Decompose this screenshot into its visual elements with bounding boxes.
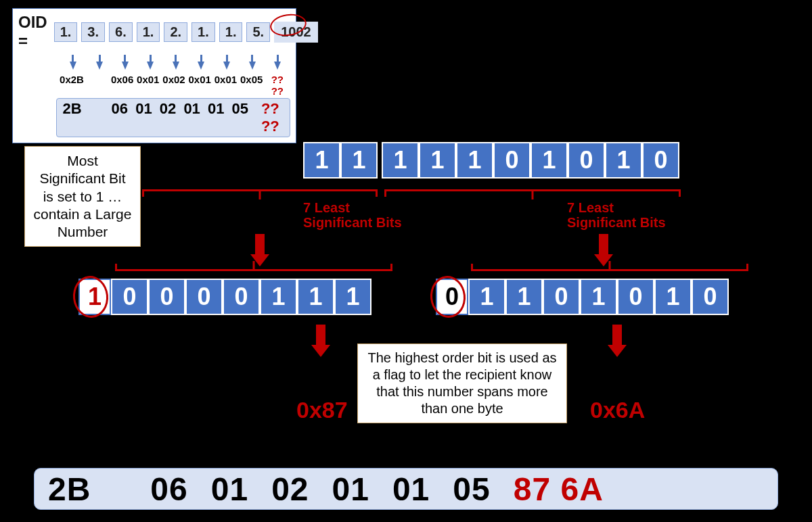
hex-row: 0x2B 0x06 0x01 0x02 0x01 0x01 0x05 ?? ?? bbox=[58, 74, 290, 97]
oid-comp: 1. bbox=[54, 22, 78, 42]
bit-cell: 0 bbox=[642, 142, 679, 179]
bit-cell: 0 bbox=[185, 279, 223, 315]
final-byte-new: 87 6A bbox=[514, 471, 604, 508]
hex-label: 0x06 bbox=[109, 74, 135, 97]
final-byte: 02 bbox=[271, 471, 309, 508]
bit-cell: 1 bbox=[382, 142, 419, 179]
final-byte: 01 bbox=[332, 471, 369, 508]
oid-arrows bbox=[59, 62, 290, 70]
bit-cell: 0 bbox=[148, 279, 185, 315]
final-row: 2B 06 01 02 01 01 05 87 6A bbox=[34, 468, 778, 510]
arrow-down-icon bbox=[313, 325, 329, 357]
byte2-hex: 0x6A bbox=[590, 398, 645, 423]
arrow-down-icon bbox=[122, 62, 129, 70]
encoded-row: 2B 06 01 02 01 01 05 ?? ?? bbox=[56, 98, 290, 137]
arrow-down-icon bbox=[173, 62, 179, 70]
hex-label: 0x01 bbox=[187, 74, 212, 97]
bit-cell: 1 bbox=[340, 142, 378, 179]
bit-cell: 1 bbox=[468, 279, 505, 315]
arrow-down-icon bbox=[223, 62, 230, 70]
enc-byte: 01 bbox=[132, 100, 156, 135]
arrow-down-icon bbox=[70, 62, 76, 70]
enc-byte: 05 bbox=[228, 100, 252, 135]
arrow-down-icon bbox=[198, 62, 204, 70]
bracket-icon bbox=[142, 189, 378, 191]
hex-label: 0x01 bbox=[212, 74, 238, 97]
bit-cell: 1 bbox=[505, 279, 543, 315]
final-byte: 01 bbox=[392, 471, 430, 508]
flag-note: The highest order bit is used as a flag … bbox=[357, 343, 567, 423]
byte1: 1 0 0 0 0 1 1 1 bbox=[78, 279, 371, 315]
lsb-label-right: 7 Least Significant Bits bbox=[567, 200, 666, 230]
enc-byte: 02 bbox=[156, 100, 180, 135]
bracket-icon bbox=[471, 269, 748, 271]
binary-1002: 1 1 1 1 1 0 1 0 1 0 bbox=[303, 142, 679, 179]
oid-comp: 3. bbox=[81, 22, 105, 42]
oid-comp: 1. bbox=[191, 22, 215, 42]
enc-byte: 01 bbox=[204, 100, 228, 135]
enc-byte: 01 bbox=[180, 100, 204, 135]
arrow-down-icon bbox=[147, 62, 154, 70]
byte2: 0 1 1 0 1 0 1 0 bbox=[436, 279, 729, 315]
arrow-down-icon bbox=[249, 62, 256, 70]
oid-comp: 2. bbox=[164, 22, 187, 42]
final-byte: 01 bbox=[211, 471, 248, 508]
hex-label: 0x01 bbox=[135, 74, 161, 97]
bracket-icon bbox=[115, 269, 392, 271]
hex-label: 0x2B bbox=[58, 74, 86, 97]
oid-comp: 1. bbox=[219, 22, 243, 42]
bit-cell: 1 bbox=[605, 142, 642, 179]
enc-byte-unknown: ?? ?? bbox=[252, 100, 288, 135]
oid-row: OID = 1. 3. 6. 1. 2. 1. 1. 5. 1002 bbox=[18, 13, 290, 51]
bit-cell: 0 bbox=[111, 279, 148, 315]
bit-cell: 0 bbox=[617, 279, 654, 315]
bit-cell: 0 bbox=[568, 142, 605, 179]
final-byte: 06 bbox=[150, 471, 187, 508]
bit-cell: 0 bbox=[223, 279, 260, 315]
enc-byte: 06 bbox=[108, 100, 132, 135]
msb-note: Most Significant Bit is set to 1 … conta… bbox=[24, 146, 141, 247]
oid-comp: 5. bbox=[246, 22, 270, 42]
bracket-icon bbox=[384, 189, 681, 191]
arrow-down-icon bbox=[609, 325, 625, 357]
bit-cell: 1 bbox=[531, 142, 568, 179]
bit-cell: 1 bbox=[654, 279, 692, 315]
bit-cell: 0 bbox=[692, 279, 729, 315]
hex-label: 0x02 bbox=[161, 74, 187, 97]
oid-label: OID = bbox=[18, 13, 47, 51]
oid-comp: 1. bbox=[137, 22, 160, 42]
bit-cell: 1 bbox=[456, 142, 493, 179]
bit-cell: 1 bbox=[419, 142, 456, 179]
bit-cell: 0 bbox=[543, 279, 580, 315]
bit-cell: 1 bbox=[303, 142, 340, 179]
final-byte: 2B bbox=[48, 471, 91, 508]
bit-cell: 1 bbox=[260, 279, 297, 315]
bit-cell: 1 bbox=[334, 279, 371, 315]
bit-cell: 1 bbox=[580, 279, 617, 315]
bit-cell: 0 bbox=[493, 142, 531, 179]
byte1-hex: 0x87 bbox=[296, 398, 348, 423]
hex-label-unknown: ?? ?? bbox=[265, 74, 290, 97]
oid-panel: OID = 1. 3. 6. 1. 2. 1. 1. 5. 1002 0x2B … bbox=[12, 8, 296, 143]
hex-label: 0x05 bbox=[239, 74, 265, 97]
arrow-down-icon bbox=[96, 62, 103, 70]
oid-comp: 6. bbox=[109, 22, 133, 42]
arrow-down-icon bbox=[274, 62, 281, 70]
bit-cell: 1 bbox=[297, 279, 334, 315]
final-byte: 05 bbox=[453, 471, 490, 508]
enc-byte: 2B bbox=[58, 100, 86, 135]
lsb-label-left: 7 Least Significant Bits bbox=[303, 200, 402, 230]
